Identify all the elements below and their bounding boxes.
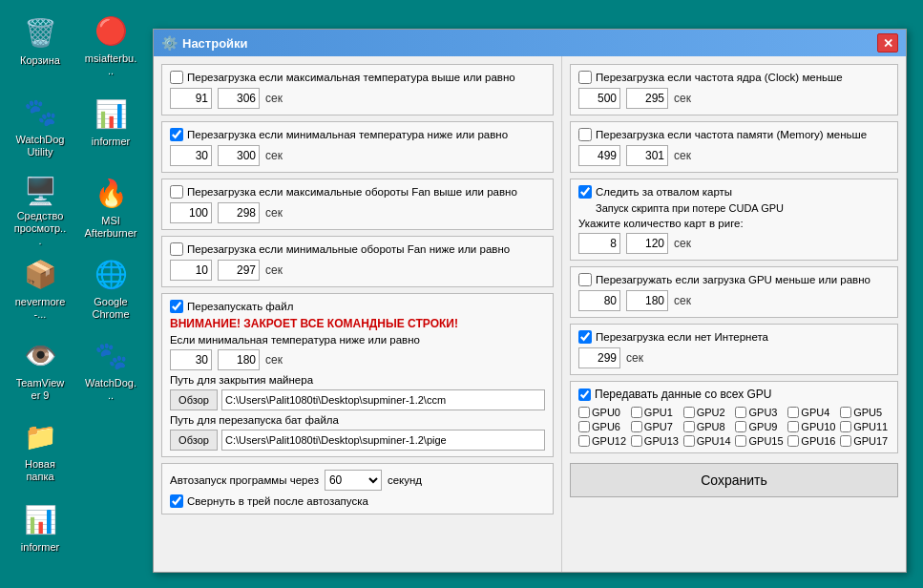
gpu-load-value1[interactable] <box>578 290 620 311</box>
icon-watchdog[interactable]: 🐾 WatchDog Utility <box>10 91 71 162</box>
msiafterburner-image: 🔴 <box>92 13 130 50</box>
no-internet-label: Перезагрузка если нет Интернета <box>596 331 768 343</box>
temp-min-checkbox-label[interactable]: Перезагрузка если минимальная температур… <box>170 128 545 141</box>
gpu-label-2: GPU2 <box>697 407 725 418</box>
clock-section: Перезагрузка если частота ядра (Clock) м… <box>570 64 898 116</box>
miner-path-input[interactable] <box>221 389 545 410</box>
temp-min-value2[interactable] <box>218 145 260 166</box>
bat-path-input[interactable] <box>221 430 545 451</box>
gpu-label-6: GPU6 <box>592 421 620 432</box>
gpu-checkbox-12[interactable] <box>578 435 590 447</box>
gpu-checkbox-7[interactable] <box>631 421 642 432</box>
miner-path-row: Обзор <box>170 389 545 410</box>
fan-min-value2[interactable] <box>218 260 260 281</box>
fan-max-value1[interactable] <box>170 202 212 223</box>
fan-min-value1[interactable] <box>170 260 212 281</box>
fan-max-value2[interactable] <box>218 202 260 223</box>
gpu-checkbox-10[interactable] <box>787 421 799 432</box>
temp-max-value2[interactable] <box>218 88 260 109</box>
icon-informer[interactable]: 📊 informer <box>10 496 71 568</box>
gpu-checkbox-0[interactable] <box>578 407 590 418</box>
gpu-load-checkbox[interactable] <box>578 273 592 286</box>
gpu-label-9: GPU9 <box>748 421 777 432</box>
temp-max-checkbox-label[interactable]: Перезагрузка если максимальная температу… <box>170 71 545 84</box>
cuda-label: Запуск скрипта при потере CUDA GPU <box>578 202 890 214</box>
icon-msi-afterburner2[interactable]: 🔥 MSI Afterburner <box>80 172 141 243</box>
restart-file-checkbox[interactable] <box>170 300 183 313</box>
icon-nevermore[interactable]: 📦 nevermore-... <box>10 253 71 325</box>
clock-checkbox[interactable] <box>578 71 592 84</box>
tray-checkbox[interactable] <box>170 494 183 508</box>
miner-path-label: Путь для закрытия майнера <box>170 374 545 386</box>
temp-max-checkbox[interactable] <box>170 71 183 84</box>
icon-informer2[interactable]: 📊 informer <box>80 91 141 162</box>
temp-max-sec: сек <box>265 92 283 105</box>
gpu-checkbox-8[interactable] <box>683 421 695 432</box>
restart-file-value2[interactable] <box>218 349 260 370</box>
gpu-checkbox-9[interactable] <box>735 421 746 432</box>
no-internet-checkbox[interactable] <box>578 330 592 344</box>
memory-value1[interactable] <box>578 145 620 166</box>
save-button[interactable]: Сохранить <box>570 463 898 497</box>
fan-max-checkbox-label[interactable]: Перезагрузка если максимальные обороты F… <box>170 185 545 199</box>
icon-chrome-label: Google Chrome <box>84 296 137 321</box>
gpu-checkbox-2[interactable] <box>683 407 695 418</box>
gpu-checkbox-14[interactable] <box>683 435 695 447</box>
gpu-load-section: Перезагружать если загрузка GPU меньше и… <box>570 266 898 318</box>
gpu-checkbox-4[interactable] <box>787 407 799 418</box>
fan-min-section: Перезагрузка если минимальные обороты Fa… <box>161 236 554 287</box>
icon-recycle-bin[interactable]: 🗑️ Корзина <box>10 10 71 81</box>
autostart-select[interactable]: 60 30 90 120 <box>325 470 382 491</box>
clock-value2[interactable] <box>626 88 668 109</box>
icon-recycle-bin-label: Корзина <box>20 54 60 67</box>
clock-checkbox-label[interactable]: Перезагрузка если частота ядра (Clock) м… <box>578 71 890 84</box>
gpu-item: GPU1 <box>631 407 681 418</box>
restart-file-checkbox-label[interactable]: Перезапускать файл <box>170 300 545 313</box>
temp-min-checkbox[interactable] <box>170 128 183 141</box>
icon-msiafterburner[interactable]: 🔴 msiafterbu... <box>80 10 141 81</box>
memory-section: Перезагрузка если частота памяти (Memory… <box>570 121 898 173</box>
icon-new-folder[interactable]: 📁 Новая папка <box>10 415 71 487</box>
follow-card-checkbox[interactable] <box>578 185 592 199</box>
recycle-bin-image: 🗑️ <box>21 13 59 52</box>
gpu-label-17: GPU17 <box>853 435 888 447</box>
gpu-checkbox-3[interactable] <box>735 407 746 418</box>
all-gpu-checkbox[interactable] <box>578 388 591 401</box>
follow-card-value2[interactable] <box>626 233 668 254</box>
icon-teamviewer[interactable]: 👁️ TeamViewer 9 <box>10 334 71 406</box>
gpu-checkbox-13[interactable] <box>631 435 642 447</box>
follow-card-checkbox-label[interactable]: Следить за отвалом карты <box>578 185 890 199</box>
follow-card-value1[interactable] <box>578 233 620 254</box>
no-internet-value1[interactable] <box>578 347 620 368</box>
fan-max-checkbox[interactable] <box>170 185 183 199</box>
no-internet-checkbox-label[interactable]: Перезагрузка если нет Интернета <box>578 330 890 344</box>
temp-min-value1[interactable] <box>170 145 212 166</box>
gpu-load-checkbox-label[interactable]: Перезагружать если загрузка GPU меньше и… <box>578 273 890 286</box>
restart-file-value1[interactable] <box>170 349 212 370</box>
icon-google-chrome[interactable]: 🌐 Google Chrome <box>80 253 141 325</box>
fan-min-checkbox-label[interactable]: Перезагрузка если минимальные обороты Fa… <box>170 242 545 256</box>
gpu-checkbox-11[interactable] <box>840 421 851 432</box>
gpu-checkbox-15[interactable] <box>735 435 746 447</box>
gpu-load-value2[interactable] <box>626 290 668 311</box>
gpu-checkbox-5[interactable] <box>840 407 851 418</box>
gpu-checkbox-17[interactable] <box>840 435 851 447</box>
tray-checkbox-label[interactable]: Свернуть в трей после автозапуска <box>170 494 545 508</box>
gpu-label-10: GPU10 <box>801 421 835 432</box>
follow-card-section: Следить за отвалом карты Запуск скрипта … <box>570 178 898 261</box>
gpu-checkbox-16[interactable] <box>787 435 799 447</box>
bat-browse-button[interactable]: Обзор <box>170 430 218 451</box>
temp-max-value1[interactable] <box>170 88 212 109</box>
icon-watchdog2[interactable]: 🐾 WatchDog... <box>80 334 141 406</box>
close-button[interactable]: ✕ <box>877 33 898 52</box>
icon-computer[interactable]: 🖥️ Средство просмотр... <box>10 172 71 243</box>
clock-value1[interactable] <box>578 88 620 109</box>
fan-min-checkbox[interactable] <box>170 242 183 256</box>
memory-checkbox[interactable] <box>578 128 592 141</box>
temp-min-inputs: сек <box>170 145 545 166</box>
gpu-checkbox-1[interactable] <box>631 407 642 418</box>
memory-checkbox-label[interactable]: Перезагрузка если частота памяти (Memory… <box>578 128 890 141</box>
memory-value2[interactable] <box>626 145 668 166</box>
gpu-checkbox-6[interactable] <box>578 421 590 432</box>
miner-browse-button[interactable]: Обзор <box>170 389 218 410</box>
